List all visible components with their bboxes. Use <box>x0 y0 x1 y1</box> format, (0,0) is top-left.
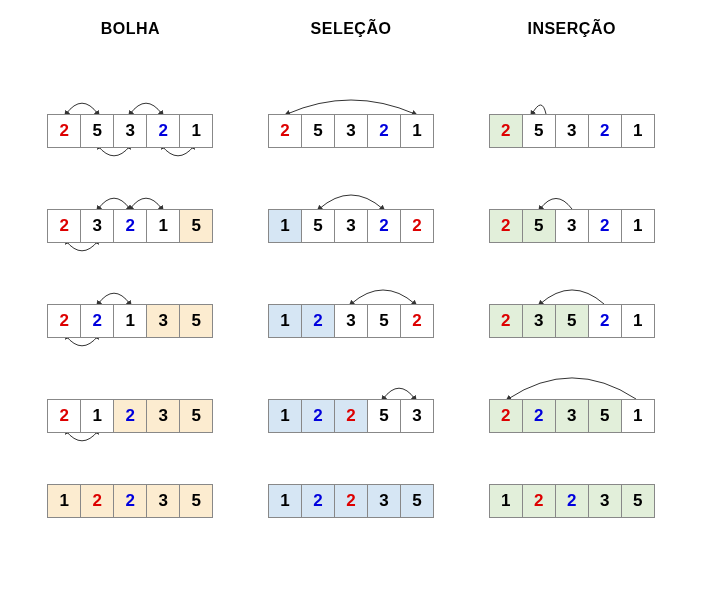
array-cell: 2 <box>334 399 368 433</box>
array-cell: 1 <box>489 484 523 518</box>
array-cell: 5 <box>80 114 114 148</box>
array-cell: 2 <box>555 484 589 518</box>
array-cell: 5 <box>301 209 335 243</box>
array-cell: 3 <box>522 304 556 338</box>
array-cell: 2 <box>334 484 368 518</box>
array-cell: 2 <box>80 484 114 518</box>
array-cell: 2 <box>489 304 523 338</box>
algorithm-title: BOLHA <box>101 20 160 38</box>
array-row: 15322 <box>241 178 461 273</box>
array-cell: 1 <box>621 209 655 243</box>
array-cell: 2 <box>47 209 81 243</box>
array-row: 12253 <box>241 368 461 463</box>
array-cell: 5 <box>367 399 401 433</box>
final-array-row: 12235 <box>462 473 682 528</box>
array-cell: 2 <box>80 304 114 338</box>
sorting-comparison-diagram: BOLHA 25321 23215 22135 2123512235SELEÇÃ… <box>20 20 682 528</box>
array-cell: 5 <box>588 399 622 433</box>
array-cell: 2 <box>113 209 147 243</box>
array-cell: 1 <box>146 209 180 243</box>
array-cell: 1 <box>80 399 114 433</box>
array-cell: 5 <box>179 484 213 518</box>
array-cell: 2 <box>47 304 81 338</box>
array: 25321 <box>489 114 655 148</box>
array-cell: 5 <box>522 209 556 243</box>
array-cell: 2 <box>522 484 556 518</box>
array-cell: 2 <box>113 399 147 433</box>
array-cell: 1 <box>268 304 302 338</box>
array-cell: 1 <box>268 209 302 243</box>
array-cell: 3 <box>334 209 368 243</box>
array-cell: 2 <box>146 114 180 148</box>
array: 12235 <box>47 484 213 518</box>
array: 21235 <box>47 399 213 433</box>
array-row: 25321 <box>462 178 682 273</box>
array-cell: 2 <box>367 209 401 243</box>
algorithm-column: SELEÇÃO 25321 15322 12352 1225312235 <box>241 20 462 528</box>
array-cell: 1 <box>621 399 655 433</box>
array-cell: 2 <box>301 304 335 338</box>
array-cell: 1 <box>268 484 302 518</box>
array-cell: 3 <box>334 114 368 148</box>
array-row: 21235 <box>20 368 240 463</box>
array-cell: 5 <box>179 209 213 243</box>
array-cell: 1 <box>179 114 213 148</box>
array-cell: 2 <box>400 209 434 243</box>
array-row: 23521 <box>462 273 682 368</box>
array-row: 25321 <box>241 83 461 178</box>
array-cell: 3 <box>367 484 401 518</box>
array-cell: 5 <box>522 114 556 148</box>
algorithm-column: INSERÇÃO 25321 25321 23521 2235112235 <box>461 20 682 528</box>
array-cell: 3 <box>113 114 147 148</box>
array-cell: 2 <box>588 114 622 148</box>
final-array-row: 12235 <box>20 473 240 528</box>
array-cell: 3 <box>146 399 180 433</box>
array-cell: 2 <box>367 114 401 148</box>
array-cell: 2 <box>588 209 622 243</box>
array-cell: 5 <box>179 399 213 433</box>
array-cell: 2 <box>588 304 622 338</box>
array-cell: 2 <box>47 114 81 148</box>
array: 12253 <box>268 399 434 433</box>
array: 22351 <box>489 399 655 433</box>
array-cell: 2 <box>400 304 434 338</box>
array-row: 25321 <box>462 83 682 178</box>
array-cell: 3 <box>80 209 114 243</box>
array-cell: 3 <box>555 114 589 148</box>
array-cell: 2 <box>47 399 81 433</box>
array-row: 12352 <box>241 273 461 368</box>
array-cell: 2 <box>489 209 523 243</box>
array: 22135 <box>47 304 213 338</box>
array-cell: 5 <box>367 304 401 338</box>
array-cell: 2 <box>489 399 523 433</box>
array-cell: 5 <box>400 484 434 518</box>
array: 12235 <box>268 484 434 518</box>
array: 25321 <box>268 114 434 148</box>
array-cell: 5 <box>301 114 335 148</box>
array-cell: 1 <box>268 399 302 433</box>
array-cell: 2 <box>301 399 335 433</box>
array-cell: 1 <box>400 114 434 148</box>
array-row: 23215 <box>20 178 240 273</box>
array-cell: 2 <box>113 484 147 518</box>
array-cell: 5 <box>621 484 655 518</box>
algorithm-title: SELEÇÃO <box>311 20 392 38</box>
array-cell: 5 <box>179 304 213 338</box>
final-array-row: 12235 <box>241 473 461 528</box>
array-cell: 5 <box>555 304 589 338</box>
array-cell: 3 <box>146 484 180 518</box>
array: 12235 <box>489 484 655 518</box>
array: 25321 <box>489 209 655 243</box>
array: 25321 <box>47 114 213 148</box>
array-cell: 1 <box>621 304 655 338</box>
array-cell: 3 <box>400 399 434 433</box>
algorithm-column: BOLHA 25321 23215 22135 2123512235 <box>20 20 241 528</box>
array-cell: 3 <box>588 484 622 518</box>
array-cell: 2 <box>301 484 335 518</box>
array-cell: 3 <box>334 304 368 338</box>
array-cell: 2 <box>522 399 556 433</box>
array-cell: 1 <box>113 304 147 338</box>
array-cell: 3 <box>146 304 180 338</box>
array-cell: 1 <box>47 484 81 518</box>
array-row: 25321 <box>20 83 240 178</box>
